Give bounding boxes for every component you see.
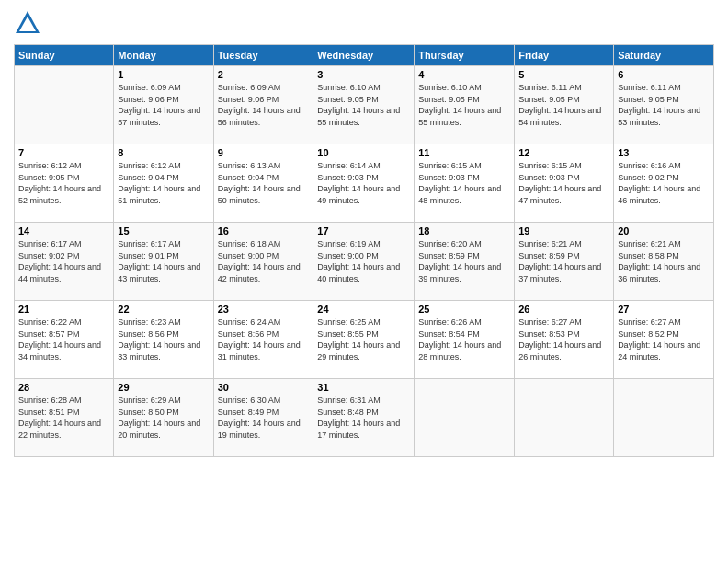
day-header-wednesday: Wednesday <box>313 45 415 66</box>
day-number: 27 <box>618 304 710 315</box>
calendar-day-cell: 29 Sunrise: 6:29 AM Sunset: 8:50 PM Dayl… <box>114 379 213 457</box>
calendar-day-cell: 26 Sunrise: 6:27 AM Sunset: 8:53 PM Dayl… <box>515 301 614 379</box>
day-number: 23 <box>218 304 310 315</box>
calendar-day-cell <box>15 66 114 144</box>
calendar-week-row: 7 Sunrise: 6:12 AM Sunset: 9:05 PM Dayli… <box>15 144 714 223</box>
day-info: Sunrise: 6:14 AM Sunset: 9:03 PM Dayligh… <box>317 160 410 206</box>
calendar-day-cell: 13 Sunrise: 6:16 AM Sunset: 9:02 PM Dayl… <box>614 144 714 223</box>
day-info: Sunrise: 6:22 AM Sunset: 8:57 PM Dayligh… <box>18 316 109 362</box>
day-number: 11 <box>418 147 510 158</box>
day-number: 8 <box>118 147 209 158</box>
day-number: 29 <box>118 382 209 393</box>
calendar-day-cell: 17 Sunrise: 6:19 AM Sunset: 9:00 PM Dayl… <box>313 223 415 301</box>
day-info: Sunrise: 6:17 AM Sunset: 9:02 PM Dayligh… <box>18 238 109 284</box>
calendar-day-cell: 24 Sunrise: 6:25 AM Sunset: 8:55 PM Dayl… <box>313 301 415 379</box>
day-info: Sunrise: 6:09 AM Sunset: 9:06 PM Dayligh… <box>118 82 209 128</box>
day-info: Sunrise: 6:11 AM Sunset: 9:05 PM Dayligh… <box>518 82 609 128</box>
calendar-day-cell: 27 Sunrise: 6:27 AM Sunset: 8:52 PM Dayl… <box>614 301 714 379</box>
calendar-day-cell: 31 Sunrise: 6:31 AM Sunset: 8:48 PM Dayl… <box>313 379 415 457</box>
day-info: Sunrise: 6:13 AM Sunset: 9:04 PM Dayligh… <box>218 160 310 206</box>
day-info: Sunrise: 6:24 AM Sunset: 8:56 PM Dayligh… <box>218 316 310 362</box>
day-info: Sunrise: 6:30 AM Sunset: 8:49 PM Dayligh… <box>218 395 310 441</box>
calendar-day-cell: 18 Sunrise: 6:20 AM Sunset: 8:59 PM Dayl… <box>415 223 515 301</box>
day-info: Sunrise: 6:16 AM Sunset: 9:02 PM Dayligh… <box>618 160 710 206</box>
day-info: Sunrise: 6:10 AM Sunset: 9:05 PM Dayligh… <box>418 82 510 128</box>
day-number: 17 <box>317 225 410 236</box>
day-number: 21 <box>18 304 109 315</box>
day-number: 28 <box>18 382 109 393</box>
page-container: SundayMondayTuesdayWednesdayThursdayFrid… <box>0 0 728 563</box>
calendar-week-row: 28 Sunrise: 6:28 AM Sunset: 8:51 PM Dayl… <box>15 379 714 457</box>
day-number: 7 <box>18 147 109 158</box>
day-info: Sunrise: 6:29 AM Sunset: 8:50 PM Dayligh… <box>118 395 209 441</box>
calendar-day-cell <box>614 379 714 457</box>
day-number: 10 <box>317 147 410 158</box>
day-number: 1 <box>118 69 209 80</box>
day-number: 5 <box>518 69 609 80</box>
day-info: Sunrise: 6:18 AM Sunset: 9:00 PM Dayligh… <box>218 238 310 284</box>
day-number: 30 <box>218 382 310 393</box>
calendar-week-row: 1 Sunrise: 6:09 AM Sunset: 9:06 PM Dayli… <box>15 66 714 144</box>
calendar-day-cell: 28 Sunrise: 6:28 AM Sunset: 8:51 PM Dayl… <box>15 379 114 457</box>
day-number: 20 <box>618 225 710 236</box>
calendar-week-row: 21 Sunrise: 6:22 AM Sunset: 8:57 PM Dayl… <box>15 301 714 379</box>
day-number: 31 <box>317 382 410 393</box>
calendar-day-cell: 22 Sunrise: 6:23 AM Sunset: 8:56 PM Dayl… <box>114 301 213 379</box>
day-info: Sunrise: 6:21 AM Sunset: 8:58 PM Dayligh… <box>618 238 710 284</box>
day-number: 9 <box>218 147 310 158</box>
logo-icon <box>14 9 41 37</box>
calendar-day-cell: 16 Sunrise: 6:18 AM Sunset: 9:00 PM Dayl… <box>213 223 313 301</box>
calendar-header-row: SundayMondayTuesdayWednesdayThursdayFrid… <box>15 45 714 66</box>
day-info: Sunrise: 6:27 AM Sunset: 8:53 PM Dayligh… <box>518 316 609 362</box>
calendar-day-cell: 9 Sunrise: 6:13 AM Sunset: 9:04 PM Dayli… <box>213 144 313 223</box>
calendar-day-cell: 8 Sunrise: 6:12 AM Sunset: 9:04 PM Dayli… <box>114 144 213 223</box>
day-info: Sunrise: 6:12 AM Sunset: 9:04 PM Dayligh… <box>118 160 209 206</box>
calendar-day-cell: 25 Sunrise: 6:26 AM Sunset: 8:54 PM Dayl… <box>415 301 515 379</box>
calendar-table: SundayMondayTuesdayWednesdayThursdayFrid… <box>14 44 714 457</box>
day-info: Sunrise: 6:28 AM Sunset: 8:51 PM Dayligh… <box>18 395 109 441</box>
calendar-day-cell <box>415 379 515 457</box>
day-info: Sunrise: 6:15 AM Sunset: 9:03 PM Dayligh… <box>518 160 609 206</box>
day-header-sunday: Sunday <box>15 45 114 66</box>
calendar-day-cell <box>515 379 614 457</box>
day-number: 22 <box>118 304 209 315</box>
day-info: Sunrise: 6:10 AM Sunset: 9:05 PM Dayligh… <box>317 82 410 128</box>
calendar-day-cell: 23 Sunrise: 6:24 AM Sunset: 8:56 PM Dayl… <box>213 301 313 379</box>
calendar-day-cell: 4 Sunrise: 6:10 AM Sunset: 9:05 PM Dayli… <box>415 66 515 144</box>
day-number: 19 <box>518 225 609 236</box>
calendar-day-cell: 10 Sunrise: 6:14 AM Sunset: 9:03 PM Dayl… <box>313 144 415 223</box>
calendar-day-cell: 1 Sunrise: 6:09 AM Sunset: 9:06 PM Dayli… <box>114 66 213 144</box>
day-info: Sunrise: 6:27 AM Sunset: 8:52 PM Dayligh… <box>618 316 710 362</box>
calendar-day-cell: 2 Sunrise: 6:09 AM Sunset: 9:06 PM Dayli… <box>213 66 313 144</box>
day-info: Sunrise: 6:25 AM Sunset: 8:55 PM Dayligh… <box>317 316 410 362</box>
calendar-day-cell: 12 Sunrise: 6:15 AM Sunset: 9:03 PM Dayl… <box>515 144 614 223</box>
day-number: 13 <box>618 147 710 158</box>
day-header-thursday: Thursday <box>415 45 515 66</box>
calendar-day-cell: 3 Sunrise: 6:10 AM Sunset: 9:05 PM Dayli… <box>313 66 415 144</box>
calendar-day-cell: 6 Sunrise: 6:11 AM Sunset: 9:05 PM Dayli… <box>614 66 714 144</box>
day-number: 25 <box>418 304 510 315</box>
day-number: 14 <box>18 225 109 236</box>
day-number: 15 <box>118 225 209 236</box>
calendar-day-cell: 14 Sunrise: 6:17 AM Sunset: 9:02 PM Dayl… <box>15 223 114 301</box>
day-info: Sunrise: 6:31 AM Sunset: 8:48 PM Dayligh… <box>317 395 410 441</box>
day-info: Sunrise: 6:20 AM Sunset: 8:59 PM Dayligh… <box>418 238 510 284</box>
day-number: 24 <box>317 304 410 315</box>
day-info: Sunrise: 6:11 AM Sunset: 9:05 PM Dayligh… <box>618 82 710 128</box>
day-number: 6 <box>618 69 710 80</box>
calendar-day-cell: 20 Sunrise: 6:21 AM Sunset: 8:58 PM Dayl… <box>614 223 714 301</box>
day-info: Sunrise: 6:17 AM Sunset: 9:01 PM Dayligh… <box>118 238 209 284</box>
day-info: Sunrise: 6:12 AM Sunset: 9:05 PM Dayligh… <box>18 160 109 206</box>
calendar-day-cell: 7 Sunrise: 6:12 AM Sunset: 9:05 PM Dayli… <box>15 144 114 223</box>
page-header <box>14 9 714 37</box>
day-info: Sunrise: 6:21 AM Sunset: 8:59 PM Dayligh… <box>518 238 609 284</box>
calendar-day-cell: 30 Sunrise: 6:30 AM Sunset: 8:49 PM Dayl… <box>213 379 313 457</box>
day-header-tuesday: Tuesday <box>213 45 313 66</box>
calendar-day-cell: 21 Sunrise: 6:22 AM Sunset: 8:57 PM Dayl… <box>15 301 114 379</box>
day-number: 2 <box>218 69 310 80</box>
calendar-week-row: 14 Sunrise: 6:17 AM Sunset: 9:02 PM Dayl… <box>15 223 714 301</box>
day-info: Sunrise: 6:19 AM Sunset: 9:00 PM Dayligh… <box>317 238 410 284</box>
day-number: 26 <box>518 304 609 315</box>
day-info: Sunrise: 6:09 AM Sunset: 9:06 PM Dayligh… <box>218 82 310 128</box>
day-number: 12 <box>518 147 609 158</box>
